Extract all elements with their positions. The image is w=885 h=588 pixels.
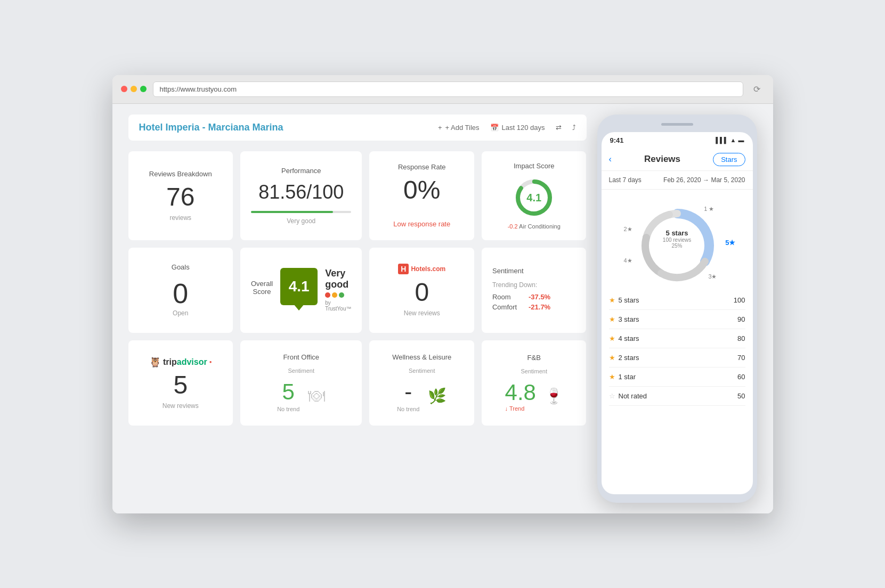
tile-fb[interactable]: F&B Sentiment 4.8 ↓ Trend 🍷: [482, 340, 587, 426]
fb-value: 4.8: [505, 380, 536, 405]
shuffle-button[interactable]: ⇄: [556, 124, 562, 132]
response-rate-value: 0%: [403, 177, 440, 203]
tile-performance[interactable]: Performance 81.56/100 Very good: [240, 151, 362, 240]
trustyou-label: by TrustYou™: [325, 300, 351, 312]
star-1-label: 1 star: [619, 373, 636, 381]
back-button[interactable]: ‹: [609, 154, 612, 164]
tile-hotels-com[interactable]: H Hotels.com 0 New reviews: [369, 248, 474, 333]
fb-icon: 🍷: [545, 387, 563, 405]
sentiment-comfort-row: Comfort -21.7%: [492, 303, 550, 311]
star-row-4[interactable]: ★ 4 stars 80: [609, 329, 745, 348]
wellness-section: - No trend 🌿: [380, 379, 464, 412]
overall-score-badge: 4.1: [280, 268, 318, 305]
tile-tripadvisor[interactable]: 🦉 tripadvisor ● 5 New reviews: [128, 340, 233, 426]
mobile-status-icons: ▌▌▌ ▲ ▬: [716, 137, 744, 143]
mobile-filter-label[interactable]: Last 7 days: [609, 176, 642, 184]
signal-icon: ▌▌▌: [716, 137, 728, 143]
score-very-good: Very good: [325, 268, 351, 290]
date-range-button[interactable]: 📅 Last 120 days: [490, 124, 545, 132]
performance-score: 81.56: [258, 181, 306, 203]
reviews-breakdown-title: Reviews Breakdown: [149, 170, 212, 178]
mobile-donut: 1 ★ 2★ 4★ 3★ 5★ 5 stars 100 reviews 25%: [624, 200, 730, 285]
fb-subtitle: Sentiment: [521, 368, 547, 374]
dot-red[interactable]: [121, 86, 127, 92]
front-office-section: 5 No trend 🍽: [251, 379, 351, 412]
tiles-grid: Reviews Breakdown 76 reviews Performance…: [128, 151, 587, 426]
donut-center-reviews: 100 reviews: [663, 236, 691, 242]
tile-sentiment[interactable]: Sentiment Trending Down: Room -37.5% Com…: [482, 248, 587, 333]
tile-wellness[interactable]: Wellness & Leisure Sentiment - No trend …: [369, 340, 474, 426]
tripadvisor-logo: 🦉 tripadvisor ●: [149, 356, 212, 368]
star-label-2: 2★: [624, 226, 632, 233]
star-1-icon: ★: [609, 373, 615, 381]
impact-score-title: Impact Score: [514, 162, 555, 170]
comfort-label: Comfort: [492, 303, 524, 311]
refresh-icon[interactable]: ⟳: [750, 81, 765, 96]
front-office-title: Front Office: [283, 353, 319, 361]
front-office-value: 5: [277, 379, 299, 405]
donut-chart-area: 1 ★ 2★ 4★ 3★ 5★ 5 stars 100 reviews 25%: [602, 190, 753, 291]
star-2-label: 2 stars: [619, 354, 639, 362]
hotel-title: Hotel Imperia - Marciana Marina: [139, 122, 283, 133]
impact-score-donut: 4.1: [513, 176, 555, 219]
tile-goals[interactable]: Goals 0 Open: [128, 248, 233, 333]
comfort-value: -21.7%: [529, 303, 550, 311]
not-rated-label: Not rated: [619, 392, 647, 400]
mobile-nav: ‹ Reviews Stars: [602, 149, 753, 171]
star-label-4: 4★: [624, 257, 632, 264]
tripadvisor-owl-icon: 🦉: [149, 356, 161, 368]
battery-icon: ▬: [738, 137, 744, 143]
wellness-value: -: [397, 379, 419, 405]
star-label-3: 3★: [708, 273, 717, 280]
stars-button[interactable]: Stars: [713, 153, 745, 166]
wellness-trend: No trend: [397, 406, 419, 412]
impact-neg-value: -0.2: [508, 223, 518, 230]
export-icon: ⤴: [572, 124, 576, 132]
performance-label: Very good: [287, 217, 315, 225]
fb-trend: ↓ Trend: [505, 405, 536, 412]
star-1-count: 60: [737, 373, 745, 381]
header-actions: + + Add Tiles 📅 Last 120 days ⇄ ⤴: [438, 124, 576, 132]
room-label: Room: [492, 293, 524, 301]
url-bar[interactable]: https://www.trustyou.com: [153, 81, 743, 97]
donut-center-title: 5 stars: [663, 228, 691, 236]
hotels-com-value: 0: [415, 280, 429, 305]
plus-icon: +: [438, 124, 442, 132]
mobile-nav-title: Reviews: [644, 154, 680, 165]
tile-response-rate[interactable]: Response Rate 0% Low response rate: [369, 151, 474, 240]
sentiment-room-row: Room -37.5%: [492, 293, 550, 301]
star-row-1[interactable]: ★ 1 star 60: [609, 368, 745, 387]
trustyou-dots: [325, 292, 351, 298]
browser-dots: [121, 86, 147, 92]
tile-overall-score[interactable]: Overall Score 4.1 Very good: [240, 248, 362, 333]
star-row-5[interactable]: ★ 5 stars 100: [609, 291, 745, 310]
fb-section: 4.8 ↓ Trend 🍷: [492, 380, 576, 412]
dot-yellow[interactable]: [131, 86, 137, 92]
star-row-3[interactable]: ★ 3 stars 90: [609, 310, 745, 329]
star-5-icon: ★: [609, 296, 615, 304]
tile-impact-score[interactable]: Impact Score 4.1 -0.2 Air Conditioning: [482, 151, 587, 240]
star-4-count: 80: [737, 334, 745, 342]
mobile-date-range: Feb 26, 2020 → Mar 5, 2020: [663, 176, 745, 184]
dot-green[interactable]: [140, 86, 147, 92]
star-5-count: 100: [734, 296, 745, 304]
tile-front-office[interactable]: Front Office Sentiment 5 No trend 🍽: [240, 340, 362, 426]
performance-denom: /100: [306, 181, 344, 203]
dashboard-header: Hotel Imperia - Marciana Marina + + Add …: [128, 115, 587, 141]
star-2-count: 70: [737, 354, 745, 362]
impact-score-center: 4.1: [526, 191, 541, 203]
browser-window: https://www.trustyou.com ⟳ Hotel Imperia…: [112, 75, 773, 513]
hotels-com-subtitle: New reviews: [404, 309, 440, 317]
wellness-title: Wellness & Leisure: [392, 353, 451, 361]
dashboard-area: Hotel Imperia - Marciana Marina + + Add …: [128, 115, 587, 503]
arrow-down-icon: ↓: [505, 405, 508, 412]
score-info: Very good by TrustYou™: [325, 268, 351, 312]
star-row-notrated[interactable]: ☆ Not rated 50: [609, 387, 745, 406]
add-tiles-button[interactable]: + + Add Tiles: [438, 124, 480, 132]
export-button[interactable]: ⤴: [572, 124, 576, 132]
star-empty-icon: ☆: [609, 392, 615, 400]
tile-reviews-breakdown[interactable]: Reviews Breakdown 76 reviews: [128, 151, 233, 240]
star-5-label: 5 stars: [619, 296, 639, 304]
star-4-label: 4 stars: [619, 334, 639, 342]
star-row-2[interactable]: ★ 2 stars 70: [609, 348, 745, 368]
